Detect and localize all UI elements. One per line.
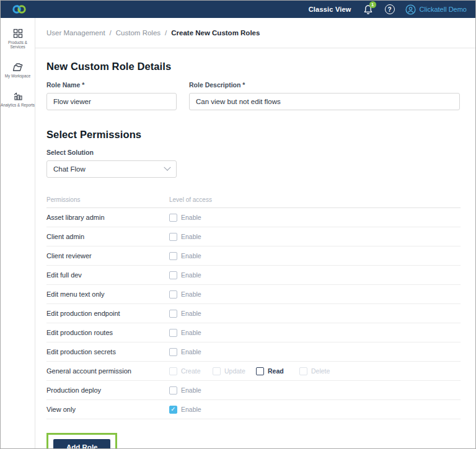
solution-dropdown[interactable]: Chat Flow (46, 160, 177, 178)
option-label: Enable (181, 386, 201, 394)
permissions-rows: Asset library adminEnableClient adminEna… (46, 208, 461, 419)
permission-option-enable[interactable]: Enable (169, 310, 213, 318)
permission-option-enable[interactable]: Enable (169, 271, 213, 279)
role-name-label: Role Name * (46, 81, 177, 89)
annotation-highlight-box: Add Role (46, 433, 117, 449)
permission-name: Asset library admin (46, 214, 169, 221)
sidebar-item-label: Analytics & Reports (1, 103, 35, 108)
table-row: Edit full devEnable (46, 266, 461, 285)
option-label: Delete (311, 367, 330, 375)
permission-option-enable[interactable]: Enable (169, 290, 213, 299)
permission-option-enable[interactable]: Enable (169, 233, 213, 241)
checkbox-icon[interactable] (169, 329, 177, 337)
permission-option-enable[interactable]: Enable (169, 386, 213, 395)
breadcrumb-custom-roles[interactable]: Custom Roles (116, 29, 161, 37)
help-button[interactable]: ? (385, 4, 395, 14)
column-header-permissions: Permissions (46, 196, 169, 203)
classic-view-link[interactable]: Classic View (309, 6, 351, 13)
checkbox-icon[interactable] (169, 310, 177, 318)
table-row: Edit production routesEnable (46, 323, 461, 342)
profile-icon (405, 4, 416, 15)
permission-name: Edit menu text only (46, 290, 169, 298)
notifications-button[interactable]: 1 (362, 3, 374, 15)
grid-icon (12, 28, 24, 39)
select-solution-label: Select Solution (46, 149, 461, 156)
sidebar-item-my-workspace[interactable]: My Workspace (1, 62, 35, 79)
permission-name: Production deploy (46, 386, 169, 394)
checkbox-icon (299, 367, 307, 375)
checkbox-icon[interactable] (256, 367, 264, 375)
option-label: Enable (181, 310, 201, 317)
table-row: Asset library adminEnable (46, 208, 461, 227)
app-window: Classic View 1 ? Clickatell Demo (0, 0, 476, 449)
permission-option-delete: Delete (299, 367, 343, 375)
table-row: Edit menu text onlyEnable (46, 285, 461, 304)
sidebar-item-products-services[interactable]: Products & Services (1, 28, 35, 50)
permission-option-read[interactable]: Read (256, 367, 299, 375)
table-row: View onlyEnable (46, 400, 461, 419)
question-mark-icon: ? (388, 6, 392, 13)
table-row: Client reviewerEnable (46, 246, 461, 266)
breadcrumb-user-management[interactable]: User Management (46, 29, 105, 37)
breadcrumb: User Management / Custom Roles / Create … (46, 29, 260, 37)
sidebar-item-label: My Workspace (5, 74, 31, 79)
permission-name: Edit production endpoint (46, 310, 169, 317)
solution-dropdown-value: Chat Flow (53, 165, 86, 173)
chevron-down-icon (164, 164, 170, 171)
add-role-button[interactable]: Add Role (53, 439, 110, 449)
checkbox-icon[interactable] (169, 386, 177, 395)
access-options: Enable (169, 233, 213, 241)
role-description-label: Role Description * (189, 81, 460, 89)
access-options: Enable (169, 386, 213, 395)
checkbox-icon[interactable] (169, 271, 177, 279)
role-description-input[interactable] (189, 93, 460, 110)
option-label: Enable (181, 271, 201, 279)
breadcrumb-bar: User Management / Custom Roles / Create … (35, 18, 475, 48)
select-permissions-heading: Select Permissions (46, 129, 461, 141)
permission-option-enable[interactable]: Enable (169, 406, 213, 414)
permission-name: Edit production routes (46, 329, 169, 336)
sidebar-item-analytics-reports[interactable]: Analytics & Reports (1, 91, 35, 108)
table-row: Client adminEnable (46, 227, 461, 246)
account-menu[interactable]: Clickatell Demo (405, 4, 467, 15)
permission-name: Edit production secrets (46, 348, 169, 355)
access-options: Enable (169, 310, 213, 318)
breadcrumb-current-page: Create New Custom Roles (171, 29, 260, 37)
bar-chart-icon (12, 91, 24, 102)
user-name: Clickatell Demo (420, 6, 467, 13)
option-label: Create (181, 367, 201, 375)
permission-name: View only (46, 406, 169, 413)
access-options: Enable (169, 214, 213, 222)
permission-name: Client reviewer (46, 252, 169, 259)
permission-option-create: Create (169, 367, 213, 375)
access-options: Enable (169, 271, 213, 279)
clickatell-logo-icon[interactable] (11, 4, 28, 15)
permission-option-enable[interactable]: Enable (169, 252, 213, 260)
access-options: Enable (169, 252, 213, 260)
permission-option-enable[interactable]: Enable (169, 348, 213, 356)
checkbox-icon[interactable] (169, 252, 177, 260)
option-label: Enable (181, 290, 201, 298)
role-name-input[interactable] (46, 93, 177, 110)
permission-name: General account permission (46, 367, 169, 375)
access-options: Enable (169, 348, 213, 356)
checkbox-icon (169, 367, 177, 375)
permission-option-enable[interactable]: Enable (169, 214, 213, 222)
top-navigation-bar: Classic View 1 ? Clickatell Demo (1, 1, 475, 18)
option-label: Enable (181, 214, 201, 221)
page-title: New Custom Role Details (46, 61, 461, 72)
permission-option-enable[interactable]: Enable (169, 329, 213, 337)
checkbox-icon[interactable] (169, 348, 177, 356)
table-row: Production deployEnable (46, 381, 461, 400)
checkbox-icon[interactable] (169, 290, 177, 299)
permissions-table-header: Permissions Level of access (46, 196, 461, 208)
checkbox-icon[interactable] (169, 406, 177, 414)
access-options: Enable (169, 406, 213, 414)
option-label: Enable (181, 233, 201, 240)
table-row: Edit production endpointEnable (46, 304, 461, 323)
checkbox-icon[interactable] (169, 214, 177, 222)
folder-icon (12, 62, 24, 72)
sidebar-item-label: Products & Services (1, 41, 35, 50)
access-options: Enable (169, 329, 213, 337)
checkbox-icon[interactable] (169, 233, 177, 241)
